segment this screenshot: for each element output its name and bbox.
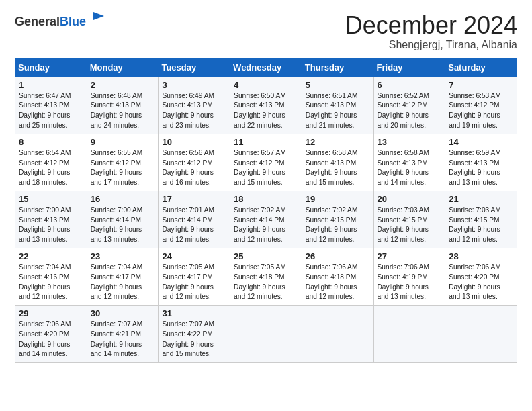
calendar-cell: 20Sunrise: 7:03 AMSunset: 4:15 PMDayligh… (373, 191, 445, 248)
day-number: 8 (19, 137, 83, 147)
day-info: Sunrise: 6:48 AMSunset: 4:13 PMDaylight:… (91, 92, 143, 129)
calendar-cell: 11Sunrise: 6:57 AMSunset: 4:12 PMDayligh… (230, 134, 302, 191)
day-info: Sunrise: 6:49 AMSunset: 4:13 PMDaylight:… (162, 92, 214, 129)
day-number: 28 (449, 251, 513, 261)
day-info: Sunrise: 7:04 AMSunset: 4:17 PMDaylight:… (91, 263, 143, 300)
calendar-cell: 19Sunrise: 7:02 AMSunset: 4:15 PMDayligh… (302, 191, 373, 248)
calendar-cell: 16Sunrise: 7:00 AMSunset: 4:14 PMDayligh… (87, 191, 159, 248)
logo-general-text: General (15, 15, 60, 28)
calendar-cell: 1Sunrise: 6:47 AMSunset: 4:13 PMDaylight… (15, 77, 87, 134)
calendar-cell: 7Sunrise: 6:53 AMSunset: 4:12 PMDaylight… (445, 77, 517, 134)
day-info: Sunrise: 7:00 AMSunset: 4:14 PMDaylight:… (91, 206, 143, 243)
day-info: Sunrise: 7:02 AMSunset: 4:15 PMDaylight:… (306, 206, 358, 243)
day-info: Sunrise: 6:58 AMSunset: 4:13 PMDaylight:… (378, 149, 430, 186)
day-info: Sunrise: 6:56 AMSunset: 4:12 PMDaylight:… (162, 149, 214, 186)
month-title: December 2024 (345, 12, 517, 39)
calendar-cell: 17Sunrise: 7:01 AMSunset: 4:14 PMDayligh… (159, 191, 230, 248)
calendar-cell: 5Sunrise: 6:51 AMSunset: 4:13 PMDaylight… (302, 77, 373, 134)
calendar-cell: 13Sunrise: 6:58 AMSunset: 4:13 PMDayligh… (373, 134, 445, 191)
weekday-header-monday: Monday (87, 58, 159, 77)
logo: GeneralBlue (15, 12, 105, 30)
day-number: 3 (162, 80, 226, 90)
weekday-header-saturday: Saturday (445, 58, 517, 77)
calendar-cell: 2Sunrise: 6:48 AMSunset: 4:13 PMDaylight… (87, 77, 159, 134)
day-number: 29 (19, 308, 83, 318)
day-number: 14 (449, 137, 513, 147)
calendar-cell: 28Sunrise: 7:06 AMSunset: 4:20 PMDayligh… (445, 248, 517, 305)
calendar-week-2: 8Sunrise: 6:54 AMSunset: 4:12 PMDaylight… (15, 134, 517, 191)
day-number: 10 (162, 137, 226, 147)
header: GeneralBlue December 2024 Shengjergj, Ti… (15, 12, 517, 51)
weekday-header-thursday: Thursday (302, 58, 373, 77)
day-info: Sunrise: 7:05 AMSunset: 4:17 PMDaylight:… (162, 263, 214, 300)
day-number: 20 (378, 194, 442, 204)
calendar-cell: 8Sunrise: 6:54 AMSunset: 4:12 PMDaylight… (15, 134, 87, 191)
day-info: Sunrise: 6:58 AMSunset: 4:13 PMDaylight:… (306, 149, 358, 186)
calendar-cell: 29Sunrise: 7:06 AMSunset: 4:20 PMDayligh… (15, 306, 87, 363)
logo-flag-icon (91, 11, 105, 26)
calendar-cell (373, 306, 445, 363)
calendar-cell: 22Sunrise: 7:04 AMSunset: 4:16 PMDayligh… (15, 248, 87, 305)
calendar-cell: 18Sunrise: 7:02 AMSunset: 4:14 PMDayligh… (230, 191, 302, 248)
day-info: Sunrise: 6:50 AMSunset: 4:13 PMDaylight:… (234, 92, 286, 129)
day-number: 5 (306, 80, 370, 90)
calendar-cell: 4Sunrise: 6:50 AMSunset: 4:13 PMDaylight… (230, 77, 302, 134)
weekday-header-tuesday: Tuesday (159, 58, 230, 77)
day-info: Sunrise: 7:04 AMSunset: 4:16 PMDaylight:… (19, 263, 71, 300)
day-number: 9 (91, 137, 155, 147)
day-number: 31 (162, 308, 226, 318)
day-number: 15 (19, 194, 83, 204)
day-number: 26 (306, 251, 370, 261)
calendar-cell: 14Sunrise: 6:59 AMSunset: 4:13 PMDayligh… (445, 134, 517, 191)
day-info: Sunrise: 6:53 AMSunset: 4:12 PMDaylight:… (449, 92, 501, 129)
day-number: 19 (306, 194, 370, 204)
calendar-week-5: 29Sunrise: 7:06 AMSunset: 4:20 PMDayligh… (15, 306, 517, 363)
day-info: Sunrise: 7:07 AMSunset: 4:22 PMDaylight:… (162, 320, 214, 357)
calendar-cell: 10Sunrise: 6:56 AMSunset: 4:12 PMDayligh… (159, 134, 230, 191)
calendar-week-4: 22Sunrise: 7:04 AMSunset: 4:16 PMDayligh… (15, 248, 517, 305)
day-number: 12 (306, 137, 370, 147)
day-number: 24 (162, 251, 226, 261)
day-number: 25 (234, 251, 298, 261)
day-number: 2 (91, 80, 155, 90)
day-info: Sunrise: 6:52 AMSunset: 4:12 PMDaylight:… (378, 92, 430, 129)
calendar-cell (230, 306, 302, 363)
calendar-cell: 12Sunrise: 6:58 AMSunset: 4:13 PMDayligh… (302, 134, 373, 191)
calendar-cell: 25Sunrise: 7:05 AMSunset: 4:18 PMDayligh… (230, 248, 302, 305)
calendar-cell: 6Sunrise: 6:52 AMSunset: 4:12 PMDaylight… (373, 77, 445, 134)
day-number: 18 (234, 194, 298, 204)
day-info: Sunrise: 7:06 AMSunset: 4:20 PMDaylight:… (19, 320, 71, 357)
calendar-cell: 15Sunrise: 7:00 AMSunset: 4:13 PMDayligh… (15, 191, 87, 248)
calendar-cell (445, 306, 517, 363)
day-number: 22 (19, 251, 83, 261)
day-number: 7 (449, 80, 513, 90)
weekday-header-friday: Friday (373, 58, 445, 77)
svg-marker-0 (93, 12, 104, 20)
day-number: 30 (91, 308, 155, 318)
day-info: Sunrise: 7:05 AMSunset: 4:18 PMDaylight:… (234, 263, 286, 300)
calendar-cell: 21Sunrise: 7:03 AMSunset: 4:15 PMDayligh… (445, 191, 517, 248)
weekday-header-wednesday: Wednesday (230, 58, 302, 77)
day-number: 6 (378, 80, 442, 90)
day-info: Sunrise: 7:06 AMSunset: 4:19 PMDaylight:… (378, 263, 430, 300)
day-number: 16 (91, 194, 155, 204)
calendar-week-1: 1Sunrise: 6:47 AMSunset: 4:13 PMDaylight… (15, 77, 517, 134)
calendar-cell: 3Sunrise: 6:49 AMSunset: 4:13 PMDaylight… (159, 77, 230, 134)
day-info: Sunrise: 6:51 AMSunset: 4:13 PMDaylight:… (306, 92, 358, 129)
day-number: 13 (378, 137, 442, 147)
day-number: 11 (234, 137, 298, 147)
calendar-cell: 23Sunrise: 7:04 AMSunset: 4:17 PMDayligh… (87, 248, 159, 305)
calendar-cell (302, 306, 373, 363)
weekday-header-row: SundayMondayTuesdayWednesdayThursdayFrid… (15, 58, 517, 77)
day-number: 1 (19, 80, 83, 90)
day-number: 27 (378, 251, 442, 261)
day-info: Sunrise: 6:54 AMSunset: 4:12 PMDaylight:… (19, 149, 71, 186)
day-number: 23 (91, 251, 155, 261)
day-number: 17 (162, 194, 226, 204)
page: GeneralBlue December 2024 Shengjergj, Ti… (0, 0, 532, 411)
location: Shengjergj, Tirana, Albania (345, 39, 517, 51)
day-info: Sunrise: 6:47 AMSunset: 4:13 PMDaylight:… (19, 92, 71, 129)
day-info: Sunrise: 7:07 AMSunset: 4:21 PMDaylight:… (91, 320, 143, 357)
day-info: Sunrise: 7:06 AMSunset: 4:20 PMDaylight:… (449, 263, 501, 300)
day-info: Sunrise: 6:59 AMSunset: 4:13 PMDaylight:… (449, 149, 501, 186)
